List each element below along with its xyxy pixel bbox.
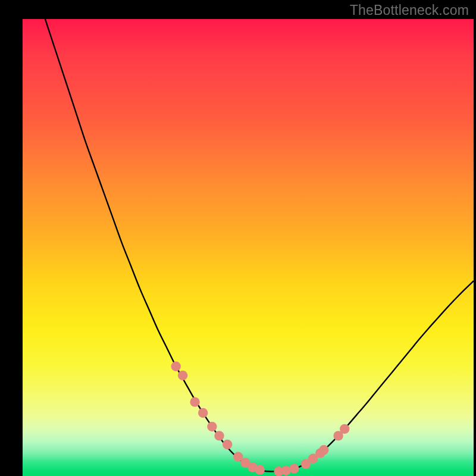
data-point <box>190 397 199 406</box>
chart-frame: TheBottleneck.com <box>0 0 476 476</box>
data-point <box>207 422 217 431</box>
data-point <box>340 424 349 434</box>
data-point <box>319 445 328 455</box>
data-point <box>214 431 224 440</box>
plot-window <box>23 19 474 476</box>
data-point <box>281 466 290 475</box>
data-point <box>255 465 265 474</box>
data-point <box>223 440 232 449</box>
data-point <box>178 371 187 380</box>
bottleneck-curve <box>40 19 474 471</box>
data-point <box>289 464 299 474</box>
data-point <box>198 408 208 418</box>
watermark-text: TheBottleneck.com <box>350 2 469 18</box>
data-points-group <box>171 361 350 476</box>
curve-layer <box>23 19 474 476</box>
data-point <box>171 361 181 371</box>
